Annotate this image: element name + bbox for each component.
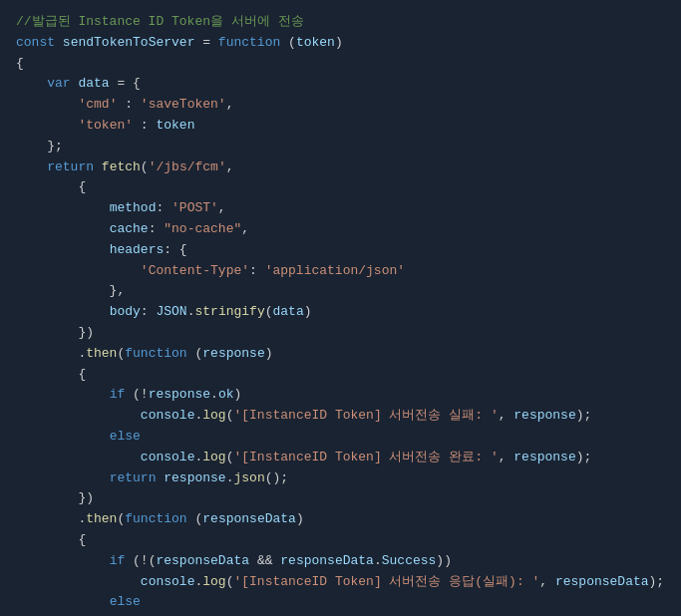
code-token: headers (110, 240, 165, 261)
code-line: { (0, 54, 681, 75)
code-token: , (499, 406, 514, 427)
code-token: '[InstanceID Token] 서버전송 응답(실패): ' (233, 572, 539, 593)
code-token: const (16, 33, 55, 54)
code-token: responseData (280, 551, 374, 572)
code-token: ( (226, 448, 234, 468)
code-token: return (47, 157, 94, 178)
code-token: log (202, 406, 225, 427)
code-token: ( (280, 33, 296, 54)
code-token: }; (16, 137, 63, 157)
code-token: = { (110, 74, 141, 95)
code-token: : { (164, 240, 186, 261)
code-line: body: JSON.stringify(data) (0, 302, 681, 323)
code-token: : (141, 302, 157, 323)
code-token (55, 33, 63, 54)
code-token (16, 219, 110, 240)
code-token: . (374, 551, 382, 572)
code-token: : (117, 95, 140, 116)
code-token: if (110, 385, 126, 406)
code-token: }) (16, 323, 94, 344)
code-token: function (125, 344, 186, 365)
code-token: . (226, 468, 234, 489)
code-token: , (226, 157, 234, 178)
code-token: stringify (194, 302, 264, 323)
code-line: const sendTokenToServer = function (toke… (0, 33, 681, 54)
code-token: , (226, 95, 234, 116)
code-line: }, (0, 281, 681, 302)
code-token: Success (382, 551, 437, 572)
code-token: ok (218, 385, 234, 406)
code-token (16, 427, 110, 448)
code-token: . (194, 572, 202, 593)
code-token: 'Content-Type' (141, 261, 249, 282)
code-token: . (194, 406, 202, 427)
code-token: ) (304, 302, 312, 323)
code-token: { (16, 530, 86, 551)
code-token: . (187, 302, 195, 323)
code-line: .then(function (response) (0, 344, 681, 365)
code-token: data (273, 302, 304, 323)
code-token: . (16, 344, 86, 365)
code-token: console (141, 572, 195, 593)
code-token (16, 95, 78, 116)
code-line: headers: { (0, 240, 681, 261)
code-token: (!( (125, 551, 156, 572)
code-token: . (194, 448, 202, 468)
code-token: '[InstanceID Token] 서버전송 실패: ' (233, 406, 498, 427)
code-token: token (296, 33, 335, 54)
code-token: ) (296, 509, 304, 530)
code-token: log (202, 448, 225, 468)
code-token: var (47, 74, 70, 95)
code-token: : (249, 261, 265, 282)
code-token: , (539, 572, 555, 593)
code-token: method (110, 198, 157, 219)
code-token (16, 261, 141, 282)
code-token: , (241, 219, 249, 240)
code-token (94, 157, 102, 178)
code-line: console.log('[InstanceID Token] 서버전송 완료:… (0, 448, 681, 468)
code-token (16, 572, 141, 593)
code-line: 'Content-Type': 'application/json' (0, 261, 681, 282)
code-token (16, 116, 78, 137)
code-token (16, 448, 141, 468)
code-token: { (16, 365, 86, 386)
code-token: function (125, 509, 186, 530)
code-token: 'cmd' (78, 95, 117, 116)
code-token: = (194, 33, 217, 54)
code-token: , (499, 448, 514, 468)
code-line: .then(function (responseData) (0, 509, 681, 530)
code-line: }) (0, 323, 681, 344)
code-line: 'cmd' : 'saveToken', (0, 95, 681, 116)
code-token: ( (117, 344, 125, 365)
code-token: { (16, 54, 24, 75)
code-line: 'token' : token (0, 116, 681, 137)
code-token: ( (226, 406, 234, 427)
code-token: console (141, 406, 195, 427)
code-token: responseData (555, 572, 649, 593)
code-token: (! (125, 385, 148, 406)
code-token: { (16, 177, 86, 198)
code-token: cache (110, 219, 149, 240)
code-token: json (233, 468, 264, 489)
code-token: ( (187, 344, 203, 365)
code-token: function (218, 33, 280, 54)
code-token: : (156, 198, 171, 219)
code-line: console.log('[InstanceID Token] 서버전송 실패:… (0, 406, 681, 427)
code-token: ( (117, 509, 125, 530)
code-token: else (110, 427, 141, 448)
code-token: fetch (102, 157, 141, 178)
code-token: if (110, 551, 126, 572)
code-token (16, 157, 47, 178)
code-token: console (141, 448, 195, 468)
code-token: 'token' (78, 116, 133, 137)
code-token: : (149, 219, 165, 240)
code-token: 'POST' (171, 198, 218, 219)
code-token: )) (436, 551, 452, 572)
code-token: then (86, 344, 117, 365)
code-token (16, 198, 110, 219)
code-token: . (210, 385, 218, 406)
code-token: response (202, 344, 264, 365)
code-line: method: 'POST', (0, 198, 681, 219)
code-token: else (110, 592, 141, 613)
code-token: //발급된 Instance ID Token을 서버에 전송 (16, 12, 304, 33)
